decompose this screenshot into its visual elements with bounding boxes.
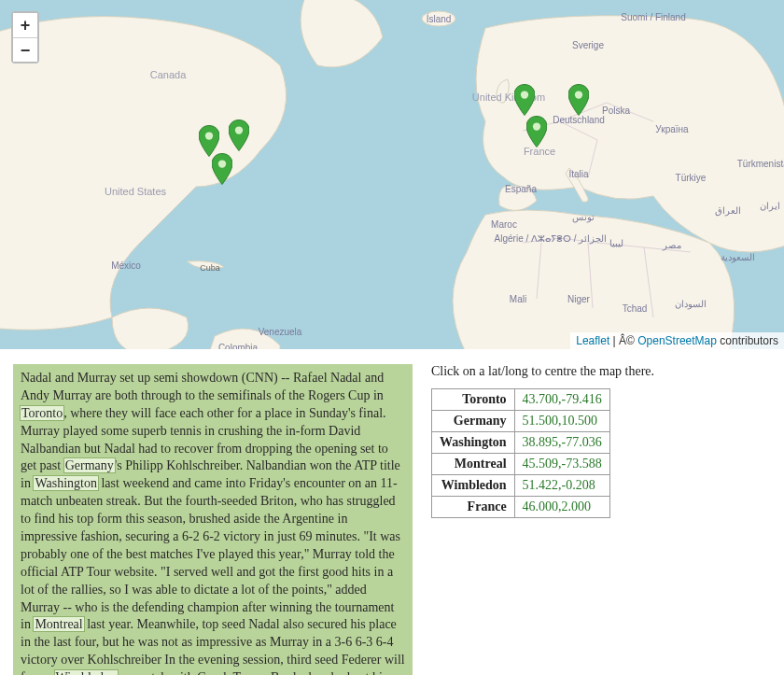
label-sverige: Sverige xyxy=(572,40,604,50)
label-espana: España xyxy=(505,184,537,194)
label-niger: Niger xyxy=(567,294,590,304)
map-marker[interactable] xyxy=(568,84,589,116)
label-venezuela: Venezuela xyxy=(259,327,302,337)
label-canada: Canada xyxy=(150,69,187,80)
label-iran: ایران xyxy=(760,201,780,211)
coords-row: Washington38.895,-77.036 xyxy=(432,432,610,454)
svg-point-5 xyxy=(521,91,528,98)
label-mexico: México xyxy=(111,260,141,271)
highlight-washington[interactable]: Washington xyxy=(34,476,98,490)
highlight-germany[interactable]: Germany xyxy=(64,458,115,472)
label-iceland: Ísland xyxy=(427,14,452,24)
leaflet-link[interactable]: Leaflet xyxy=(576,334,609,347)
coords-latlong[interactable]: 51.500,10.500 xyxy=(514,411,609,432)
svg-point-4 xyxy=(218,160,226,167)
map-marker[interactable] xyxy=(526,116,547,148)
label-saudi: السعودية xyxy=(721,252,755,262)
zoom-out-button[interactable]: − xyxy=(13,37,37,62)
map-marker[interactable] xyxy=(229,120,249,151)
map-marker[interactable] xyxy=(199,125,219,157)
coords-name: Wimbledon xyxy=(432,475,515,497)
coords-row: Toronto43.700,-79.416 xyxy=(432,389,610,411)
coords-instruction: Click on a lat/long to centre the map th… xyxy=(431,364,771,379)
map-marker[interactable] xyxy=(514,84,535,116)
map-tiles[interactable] xyxy=(0,0,784,349)
label-polska: Polska xyxy=(602,105,630,116)
label-iraq: العراق xyxy=(715,205,741,216)
coords-latlong[interactable]: 45.509,-73.588 xyxy=(514,454,609,475)
label-cuba: Cuba xyxy=(200,263,220,273)
svg-point-2 xyxy=(205,132,213,139)
label-mali: Mali xyxy=(510,294,526,304)
coords-row: Montreal45.509,-73.588 xyxy=(432,454,610,475)
label-egypt: مصر xyxy=(663,240,681,250)
label-turkiye: Türkiye xyxy=(676,173,707,183)
label-sudan: السودان xyxy=(675,299,707,309)
svg-point-6 xyxy=(533,122,540,130)
label-algerie: Algérie / ⴷⵣⴰⵢⴻⵔ / الجزائر xyxy=(495,233,608,244)
highlight-montreal[interactable]: Montreal xyxy=(34,617,83,631)
map-attribution: Leaflet | Â© OpenStreetMap contributors xyxy=(570,332,784,349)
label-libya: ليبيا xyxy=(609,238,623,248)
svg-point-7 xyxy=(575,91,582,98)
coords-name: Montreal xyxy=(432,454,515,475)
coords-name: Washington xyxy=(432,432,515,454)
label-suomi: Suomi / Finland xyxy=(621,12,685,22)
label-usa: United States xyxy=(105,186,166,197)
map-container[interactable]: Ísland Suomi / Finland Sverige United Ki… xyxy=(0,0,784,349)
coords-latlong[interactable]: 46.000,2.000 xyxy=(514,497,609,518)
osm-link[interactable]: OpenStreetMap xyxy=(637,334,717,347)
label-italia: Italia xyxy=(568,169,588,179)
coords-table: Toronto43.700,-79.416Germany51.500,10.50… xyxy=(431,388,610,518)
label-ukraine: Україна xyxy=(655,124,688,134)
map-marker[interactable] xyxy=(212,153,232,185)
label-turkmen: Türkmenistan xyxy=(737,159,784,169)
coords-row: Germany51.500,10.500 xyxy=(432,411,610,432)
label-deutschland: Deutschland xyxy=(553,115,605,125)
coords-latlong[interactable]: 51.422,-0.208 xyxy=(514,475,609,497)
zoom-controls: + − xyxy=(11,11,39,63)
svg-point-3 xyxy=(235,126,243,134)
article-text: Nadal and Murray set up semi showdown (C… xyxy=(13,364,413,675)
highlight-wimbledon[interactable]: Wimbledon xyxy=(55,670,119,675)
label-colombia: Colombia xyxy=(218,343,258,350)
coords-name: France xyxy=(432,497,515,518)
coords-latlong[interactable]: 38.895,-77.036 xyxy=(514,432,609,454)
zoom-in-button[interactable]: + xyxy=(13,13,37,37)
coords-name: Toronto xyxy=(432,389,515,411)
coords-row: France46.000,2.000 xyxy=(432,497,610,518)
label-tunis: تونس xyxy=(572,212,595,222)
coords-row: Wimbledon51.422,-0.208 xyxy=(432,475,610,497)
label-maroc: Maroc xyxy=(491,219,517,230)
coords-name: Germany xyxy=(432,411,515,432)
label-chad: Tchad xyxy=(623,303,648,314)
coords-latlong[interactable]: 43.700,-79.416 xyxy=(514,389,609,411)
highlight-toronto[interactable]: Toronto xyxy=(21,406,63,420)
